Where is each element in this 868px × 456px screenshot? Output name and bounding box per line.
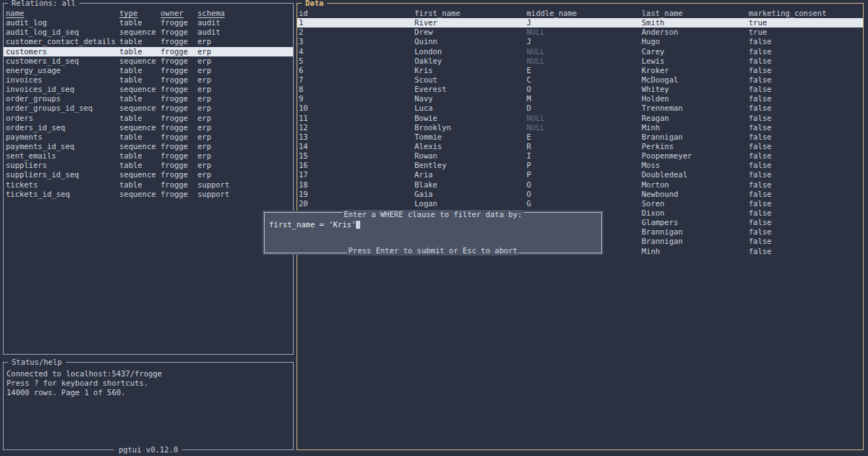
- relation-list-item[interactable]: customers table frogge erp: [4, 47, 293, 56]
- relation-list-item[interactable]: sent_emails table frogge erp: [4, 151, 293, 161]
- data-table-row[interactable]: 3 Quinn J Hugo false: [297, 37, 863, 46]
- relation-list-item[interactable]: orders_id_seq sequence frogge erp: [4, 123, 293, 132]
- data-table-row[interactable]: 12 Brooklyn NULL Minh false: [297, 123, 863, 132]
- relation-list-item[interactable]: tickets_id_seq sequence frogge support: [4, 190, 293, 199]
- cell-first-name: Navy: [414, 94, 527, 104]
- relation-list-item[interactable]: customers_id_seq sequence frogge erp: [4, 56, 293, 66]
- relation-owner: frogge: [161, 47, 197, 56]
- relation-name: tickets: [4, 180, 119, 190]
- relation-type: table: [119, 114, 161, 123]
- data-table-row[interactable]: 11 Bowie NULL Reagan false: [297, 114, 863, 123]
- data-table-row[interactable]: 2 Drew NULL Anderson true: [297, 28, 863, 37]
- relation-type: table: [119, 18, 161, 28]
- cell-marketing-consent: false: [749, 199, 863, 208]
- relation-list-item[interactable]: orders table frogge erp: [4, 114, 293, 123]
- relation-list-item[interactable]: invoices_id_seq sequence frogge erp: [4, 85, 293, 94]
- relation-list-item[interactable]: audit_log_id_seq sequence frogge audit: [4, 28, 293, 37]
- relation-list-item[interactable]: payments table frogge erp: [4, 132, 293, 142]
- cell-middle-name: C: [527, 75, 642, 85]
- data-table-row[interactable]: 14 Alexis R Perkins false: [297, 142, 863, 151]
- relation-name: payments_id_seq: [4, 142, 119, 151]
- cell-middle-name: P: [527, 170, 642, 180]
- cell-id: 10: [297, 104, 414, 113]
- cell-middle-name: NULL: [527, 56, 642, 66]
- data-table-row[interactable]: 16 Bentley P Moss false: [297, 161, 863, 170]
- relation-name: suppliers: [4, 161, 119, 170]
- cell-middle-name: M: [527, 94, 642, 104]
- relation-schema: audit: [197, 18, 293, 28]
- data-table-row[interactable]: 9 Navy M Holden false: [297, 94, 863, 104]
- relation-name: tickets_id_seq: [4, 190, 119, 199]
- relation-type: table: [119, 132, 161, 142]
- relation-type: sequence: [119, 142, 161, 151]
- cell-marketing-consent: false: [749, 104, 863, 113]
- data-table-row[interactable]: 6 Kris E Kroker false: [297, 66, 863, 75]
- relation-list-item[interactable]: energy_usage table frogge erp: [4, 66, 293, 75]
- cell-last-name: Holden: [642, 94, 749, 104]
- relation-name: invoices_id_seq: [4, 85, 119, 94]
- cell-id: 11: [297, 114, 414, 123]
- data-table-row[interactable]: 4 London NULL Carey false: [297, 47, 863, 56]
- status-panel: Status/help Connected to localhost:5437/…: [3, 362, 294, 450]
- relation-list-item[interactable]: invoices table frogge erp: [4, 75, 293, 85]
- cell-marketing-consent: false: [749, 37, 863, 46]
- relations-panel-title: Relations: all: [8, 0, 80, 8]
- relation-owner: frogge: [161, 180, 197, 190]
- cell-middle-name: NULL: [527, 28, 642, 37]
- data-table-row[interactable]: 20 Logan G Soren false: [297, 199, 863, 208]
- relation-type: table: [119, 151, 161, 161]
- relation-schema: erp: [197, 132, 293, 142]
- data-header-first-name: first_name: [414, 9, 527, 18]
- cell-middle-name: R: [527, 142, 642, 151]
- data-table-row[interactable]: 15 Rowan I Poopenmeyer false: [297, 151, 863, 161]
- data-table-row[interactable]: 7 Scout C McDoogal false: [297, 75, 863, 85]
- data-table-row[interactable]: 17 Aria P Doubledeal false: [297, 170, 863, 180]
- relation-owner: frogge: [161, 114, 197, 123]
- relation-name: orders_id_seq: [4, 123, 119, 132]
- relation-owner: frogge: [161, 132, 197, 142]
- where-clause-input[interactable]: first_name = 'Kris': [269, 220, 360, 229]
- relation-list-item[interactable]: order_groups_id_seq sequence frogge erp: [4, 104, 293, 113]
- relation-name: customers: [4, 47, 119, 56]
- relation-owner: frogge: [161, 104, 197, 113]
- relation-list-item[interactable]: suppliers_id_seq sequence frogge erp: [4, 170, 293, 180]
- cell-marketing-consent: false: [749, 56, 863, 66]
- cell-middle-name: NULL: [527, 114, 642, 123]
- cell-marketing-consent: false: [749, 227, 863, 237]
- data-table-row[interactable]: 19 Gaia O Newbound false: [297, 190, 863, 199]
- cell-last-name: Perkins: [642, 142, 749, 151]
- relation-list-item[interactable]: customer_contact_details table frogge er…: [4, 37, 293, 46]
- relation-schema: erp: [197, 123, 293, 132]
- cell-id: 15: [297, 151, 414, 161]
- cell-last-name: Glampers: [642, 218, 749, 227]
- relation-list-item[interactable]: suppliers table frogge erp: [4, 161, 293, 170]
- cell-id: 8: [297, 85, 414, 94]
- cell-id: 12: [297, 123, 414, 132]
- relation-schema: erp: [197, 85, 293, 94]
- cell-first-name: Drew: [414, 28, 527, 37]
- cell-last-name: Lewis: [642, 56, 749, 66]
- cell-id: 13: [297, 132, 414, 142]
- data-table-row[interactable]: 13 Tommie E Brannigan false: [297, 132, 863, 142]
- relation-owner: frogge: [161, 56, 197, 66]
- data-header-last-name: last_name: [642, 9, 749, 18]
- relations-table: name type owner schema audit_log table f…: [4, 9, 293, 199]
- cell-id: 4: [297, 47, 414, 56]
- relation-list-item[interactable]: audit_log table frogge audit: [4, 18, 293, 28]
- relations-header-owner: owner: [161, 9, 184, 17]
- cell-first-name: Tommie: [414, 132, 527, 142]
- data-table-row[interactable]: 8 Everest O Whitey false: [297, 85, 863, 94]
- data-table-row[interactable]: 1 River J Smith true: [297, 18, 863, 28]
- relation-list-item[interactable]: tickets table frogge support: [4, 180, 293, 190]
- relation-schema: erp: [197, 66, 293, 75]
- data-table-row[interactable]: 5 Oakley NULL Lewis false: [297, 56, 863, 66]
- cell-last-name: Newbound: [642, 190, 749, 199]
- relation-list-item[interactable]: payments_id_seq sequence frogge erp: [4, 142, 293, 151]
- cell-marketing-consent: false: [749, 161, 863, 170]
- relation-type: table: [119, 75, 161, 85]
- relation-list-item[interactable]: order_groups table frogge erp: [4, 94, 293, 104]
- data-table-row[interactable]: 10 Luca D Trenneman false: [297, 104, 863, 113]
- cell-last-name: Brannigan: [642, 132, 749, 142]
- cell-marketing-consent: false: [749, 66, 863, 75]
- data-table-row[interactable]: 18 Blake O Morton false: [297, 180, 863, 190]
